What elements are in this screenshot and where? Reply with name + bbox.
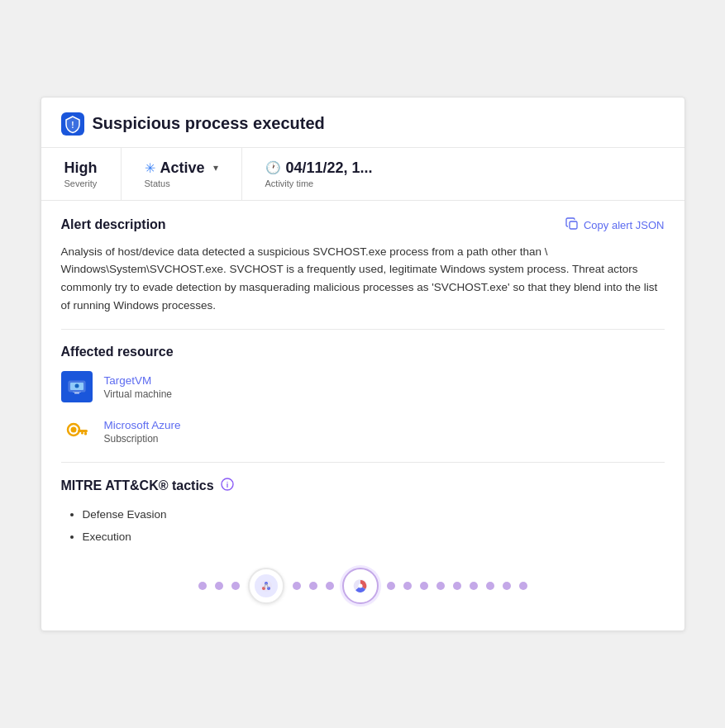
timeline-dot bbox=[470, 582, 478, 590]
card-header: ! Suspicious process executed bbox=[41, 98, 684, 148]
timeline-dot bbox=[403, 582, 412, 590]
resource-info-sub: Microsoft Azure Subscription bbox=[104, 419, 181, 445]
copy-icon bbox=[565, 217, 579, 233]
copy-alert-json-button[interactable]: Copy alert JSON bbox=[565, 217, 665, 233]
resource-name-vm[interactable]: TargetVM bbox=[104, 374, 173, 387]
status-label: Status bbox=[145, 178, 218, 188]
chevron-down-icon: ▾ bbox=[213, 162, 218, 174]
list-item: Defense Evasion bbox=[83, 503, 665, 526]
svg-rect-2 bbox=[570, 221, 577, 229]
svg-rect-10 bbox=[78, 430, 88, 432]
timeline-node-active[interactable] bbox=[342, 568, 379, 604]
clock-icon: 🕐 bbox=[265, 160, 281, 175]
mitre-title: MITRE ATT&CK® tactics bbox=[61, 478, 214, 493]
vm-icon bbox=[61, 371, 93, 402]
affected-resource-section: Affected resource TargetVM bbox=[61, 345, 665, 447]
severity-section: High Severity bbox=[41, 148, 122, 200]
divider-1 bbox=[61, 329, 665, 330]
alert-description-header: Alert description Copy alert JSON bbox=[61, 217, 665, 233]
timeline-node-inner-active bbox=[349, 574, 372, 597]
timeline-dot bbox=[309, 582, 317, 590]
resource-type-sub: Subscription bbox=[104, 433, 181, 445]
svg-rect-12 bbox=[81, 432, 83, 435]
copy-button-label: Copy alert JSON bbox=[584, 219, 665, 231]
timeline-dot bbox=[486, 582, 494, 590]
status-section[interactable]: ✳ Active ▾ Status bbox=[122, 148, 242, 200]
alert-card: ! Suspicious process executed High Sever… bbox=[41, 97, 685, 631]
severity-label: Severity bbox=[64, 178, 98, 188]
resource-info-vm: TargetVM Virtual machine bbox=[104, 374, 173, 400]
svg-rect-11 bbox=[84, 432, 87, 435]
timeline-dot bbox=[231, 582, 240, 590]
status-value: Active bbox=[160, 159, 205, 177]
severity-value: High bbox=[64, 159, 98, 177]
resource-list: TargetVM Virtual machine bbox=[61, 371, 665, 447]
divider-2 bbox=[61, 462, 665, 463]
info-icon[interactable]: i bbox=[221, 478, 234, 493]
activity-value: 04/11/22, 1... bbox=[286, 159, 373, 177]
svg-rect-7 bbox=[73, 392, 81, 393]
list-item: TargetVM Virtual machine bbox=[61, 371, 665, 402]
page-title: Suspicious process executed bbox=[93, 114, 325, 133]
timeline-dot bbox=[420, 582, 428, 590]
svg-text:i: i bbox=[226, 481, 228, 489]
svg-point-22 bbox=[358, 584, 362, 588]
svg-point-5 bbox=[74, 384, 79, 388]
resource-type-vm: Virtual machine bbox=[104, 388, 173, 400]
timeline-dot bbox=[326, 582, 334, 590]
shield-alert-icon: ! bbox=[61, 112, 84, 136]
mitre-section: MITRE ATT&CK® tactics i Defense Evasion … bbox=[61, 478, 665, 548]
status-bar: High Severity ✳ Active ▾ Status 🕐 04/11/… bbox=[41, 148, 684, 201]
alert-description-body: Analysis of host/device data detected a … bbox=[61, 243, 665, 314]
card-body: Alert description Copy alert JSON Analys… bbox=[41, 201, 684, 630]
timeline-node[interactable] bbox=[248, 568, 284, 604]
timeline-dot bbox=[293, 582, 301, 590]
list-item: Microsoft Azure Subscription bbox=[61, 416, 665, 447]
activity-label: Activity time bbox=[265, 178, 373, 188]
timeline bbox=[61, 561, 665, 614]
list-item: Execution bbox=[83, 526, 665, 548]
spinner-icon: ✳ bbox=[145, 160, 155, 176]
svg-text:!: ! bbox=[71, 121, 74, 130]
tactics-list: Defense Evasion Execution bbox=[61, 503, 665, 548]
timeline-node-inner bbox=[255, 574, 278, 597]
timeline-dot bbox=[215, 582, 223, 590]
alert-description-title: Alert description bbox=[61, 217, 166, 232]
timeline-dot bbox=[453, 582, 461, 590]
timeline-dot bbox=[503, 582, 511, 590]
svg-point-9 bbox=[70, 427, 76, 433]
svg-rect-6 bbox=[74, 393, 79, 394]
timeline-dot bbox=[519, 582, 527, 590]
activity-section: 🕐 04/11/22, 1... Activity time bbox=[242, 148, 396, 200]
resource-name-sub[interactable]: Microsoft Azure bbox=[104, 419, 181, 431]
timeline-dot bbox=[436, 582, 445, 590]
affected-resource-title: Affected resource bbox=[61, 345, 665, 359]
timeline-dot bbox=[387, 582, 395, 590]
subscription-icon bbox=[61, 416, 93, 447]
timeline-dot bbox=[198, 582, 207, 590]
mitre-header: MITRE ATT&CK® tactics i bbox=[61, 478, 665, 493]
